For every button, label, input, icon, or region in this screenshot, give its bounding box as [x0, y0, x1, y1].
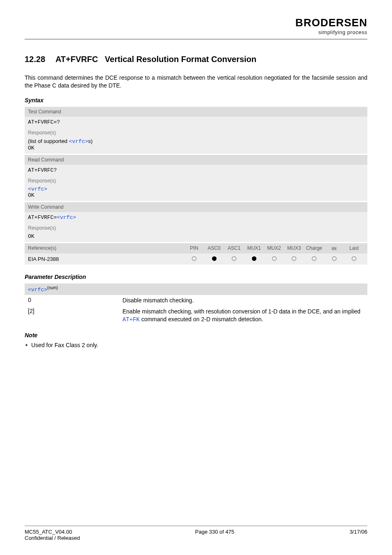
read-response-value: <vrfc> OK: [25, 184, 367, 201]
state-open-icon: [304, 256, 324, 262]
footer-confidential: Confidential / Released: [25, 535, 80, 541]
state-open-icon: [344, 256, 364, 262]
write-command-value: AT+FVRFC=<vrfc>: [25, 212, 367, 223]
param-desc-0: Disable mismatch checking.: [122, 297, 364, 304]
write-response-value: OK: [25, 231, 367, 242]
test-response-label: Response(s): [25, 128, 367, 136]
param-key-0: 0: [28, 297, 122, 304]
brand-tagline: simplifying process: [295, 29, 367, 35]
vrfc-param-link[interactable]: <vrfc>: [57, 214, 76, 221]
col-charge: Charge: [304, 245, 324, 251]
param-desc-1: Enable mismatch checking, with resolutio…: [122, 308, 364, 324]
syntax-table: Test Command AT+FVRFC=? Response(s) (lis…: [25, 107, 367, 265]
reference-body-row: EIA PN-2388: [25, 253, 367, 265]
footer-doc-id: MC55_ATC_V04.00: [25, 529, 80, 535]
state-open-icon: [264, 256, 284, 262]
reference-columns: PIN ASC0 ASC1 MUX1 MUX2 MUX3 Charge Last: [184, 245, 364, 251]
write-command-label: Write Command: [25, 202, 367, 212]
atfk-link[interactable]: AT+FK: [122, 316, 140, 323]
col-mux3: MUX3: [284, 245, 304, 251]
intro-paragraph: This command determines the DCE response…: [25, 74, 367, 90]
ring-icon: [331, 245, 337, 250]
col-ring-icon: [324, 245, 344, 251]
references-label: Reference(s): [28, 245, 184, 251]
state-filled-icon: [204, 256, 224, 262]
col-last: Last: [344, 245, 364, 251]
col-asc1: ASC1: [224, 245, 244, 251]
section-number: 12.28: [25, 55, 45, 64]
param-header: <vrfc>(num): [25, 283, 367, 295]
param-desc-heading: Parameter Description: [25, 274, 367, 280]
note-heading: Note: [25, 332, 367, 339]
test-command-value: AT+FVRFC=?: [25, 117, 367, 128]
vrfc-param-link[interactable]: <vrfc>: [28, 186, 47, 192]
test-command-label: Test Command: [25, 107, 367, 117]
brand-name: BRODERSEN: [295, 16, 367, 29]
reference-value: EIA PN-2388: [28, 256, 184, 262]
note-list: Used for Fax Class 2 only.: [25, 342, 367, 348]
vrfc-param-link[interactable]: <vrfc>: [28, 287, 47, 293]
ok-text: OK: [28, 145, 35, 151]
section-heading: 12.28 AT+FVRFC Vertical Resolution Forma…: [25, 55, 367, 64]
syntax-heading: Syntax: [25, 97, 367, 104]
ok-text: OK: [28, 192, 35, 198]
note-item: Used for Fax Class 2 only.: [31, 342, 367, 348]
read-command-label: Read Command: [25, 155, 367, 165]
section-title-text: Vertical Resolution Format Conversion: [105, 55, 256, 64]
param-key-1: [2]: [28, 308, 122, 324]
write-response-label: Response(s): [25, 223, 367, 231]
svg-rect-0: [332, 249, 336, 250]
col-asc0: ASC0: [204, 245, 224, 251]
param-sup: (num): [47, 286, 58, 290]
page-header: BRODERSEN simplifying process: [25, 16, 367, 40]
state-open-icon: [224, 256, 244, 262]
footer-date: 3/17/06: [350, 529, 367, 541]
brand-logo: BRODERSEN simplifying process: [295, 16, 367, 35]
footer-page: Page 330 of 475: [195, 529, 234, 541]
vrfc-param-link[interactable]: <vrfc>: [69, 138, 88, 145]
col-mux1: MUX1: [244, 245, 264, 251]
page-footer: MC55_ATC_V04.00 Confidential / Released …: [25, 525, 367, 541]
reference-states: [184, 256, 364, 262]
state-open-icon: [284, 256, 304, 262]
param-row: 0 Disable mismatch checking.: [25, 295, 367, 306]
read-response-label: Response(s): [25, 176, 367, 184]
read-command-value: AT+FVRFC?: [25, 165, 367, 176]
col-mux2: MUX2: [264, 245, 284, 251]
state-open-icon: [324, 256, 344, 262]
param-row: [2] Enable mismatch checking, with resol…: [25, 306, 367, 325]
col-pin: PIN: [184, 245, 204, 251]
reference-header-row: Reference(s) PIN ASC0 ASC1 MUX1 MUX2 MUX…: [25, 243, 367, 253]
state-open-icon: [184, 256, 204, 262]
state-filled-icon: [244, 256, 264, 262]
test-response-value: (list of supported <vrfc>s) OK: [25, 136, 367, 154]
section-command: AT+FVRFC: [55, 55, 98, 64]
